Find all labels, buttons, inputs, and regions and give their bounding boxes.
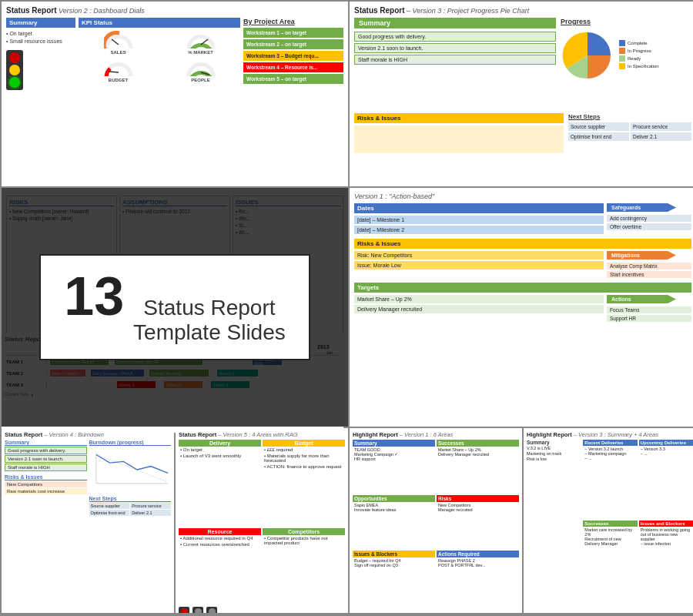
action-item-1: Focus Teams — [607, 306, 691, 313]
byproject-title: By Project Area — [243, 18, 343, 25]
hl-summary-title: Summary — [353, 440, 435, 447]
target-item-2: Delivery Manager recruited — [354, 305, 604, 313]
dial-sales-label: SALES — [110, 50, 126, 55]
slide2-progress: Progress Com — [561, 18, 691, 110]
tl-mini-2-red — [195, 608, 202, 613]
hl-successes-text: Market Share – Up 2%Delivery Manager rec… — [437, 447, 519, 457]
hl-actions-title: Actions Required — [437, 551, 519, 557]
hl2-blockers: Issues and Blockers Problems in working … — [639, 521, 693, 604]
hl-issues-text: Budget – required for Q4Sign off require… — [353, 557, 435, 568]
tl-mini-1-red — [181, 608, 188, 613]
overlay-box: 13 Status Report Template Slides — [39, 254, 310, 360]
slide-action-based: Version 1 : "Action-based" Dates [date] … — [350, 188, 693, 427]
slide2-bottom: Risks & Issues Next Steps Source supplie… — [354, 113, 691, 153]
targets-row: Targets Market Share – Up 2% Delivery Ma… — [354, 283, 691, 323]
burndown-summary-2: Version 2.1 soon to launch. — [5, 455, 87, 463]
nextstep-4: Deliver 2.1 — [631, 132, 691, 141]
rag-budget: Budget • £££ required • Materials supply… — [263, 440, 345, 527]
overlay-line1: Status Report — [133, 296, 286, 320]
hl-summary: Summary TEAM GOODMarketing Campaign ✓HR … — [353, 440, 435, 494]
hl2-successes-text: Market care increased by 2%Recruitment o… — [583, 527, 637, 547]
rag-budget-item-3: • ACTION: finance to approve request — [263, 464, 345, 470]
legend-complete: Complete — [619, 40, 659, 46]
legend-ready-label: Ready — [628, 56, 641, 61]
workstream-1: Workstream 1 – on target — [243, 28, 343, 38]
burndown-summary-1: Good progress with delivery. — [5, 447, 87, 454]
hl2-summary-text: V.3.2 is LIVE Marketing on track Risk is… — [527, 446, 581, 462]
dial-people-svg — [186, 58, 216, 76]
legend-inprogress: In Progress — [619, 48, 659, 54]
hl-actions: Actions Required Reassign PHASE 2POST & … — [437, 551, 519, 604]
mitigations-section: Mitigations Analyse Comp Matrix Start in… — [607, 251, 691, 280]
dial-market-svg — [186, 30, 216, 49]
rag-competitors-item-1: • Competitor products have not impacted … — [263, 535, 345, 546]
target-items: Market Share – Up 2% Delivery Manager re… — [354, 295, 604, 323]
burndown-ns-3: Optimise front end — [89, 510, 130, 516]
nextstep-1: Source supplier — [568, 122, 629, 131]
overlay-content: 13 Status Report Template Slides — [64, 270, 286, 345]
rag-resource-title: Resource — [179, 528, 261, 535]
hl2-recent-text: – Version 3.2 launch– Marketing campaign… — [583, 446, 637, 461]
rag-budget-item-1: • £££ required — [263, 447, 345, 453]
legend-ready-dot — [619, 55, 625, 62]
burndown-ns-2: Procure service — [130, 503, 171, 509]
safeguard-item-2: Offer overtime — [607, 223, 691, 230]
burndown-nextsteps: Next Steps Source supplier Procure servi… — [89, 496, 172, 516]
workstream-2: Workstream 2 – on target — [243, 39, 343, 49]
highlight2-content: Summary V.3.2 is LIVE Marketing on track… — [527, 440, 693, 604]
hl-successes: Successes Market Share – Up 2%Delivery M… — [437, 440, 519, 494]
risks-title: Risks & Issues — [354, 113, 564, 123]
hl2-blockers-title: Issues and Blockers — [639, 521, 693, 527]
hl-actions-text: Reassign PHASE 2POST & PORTFRL dev... — [437, 557, 519, 568]
overlay-number: 13 — [64, 270, 124, 323]
pie-area: Complete In Progress Ready In Speci — [561, 28, 691, 82]
hl2-successes: Successes Market care increased by 2%Rec… — [583, 521, 637, 604]
workstream-5: Workstream 5 – on target — [243, 74, 343, 84]
kpi-title: KPI Status — [79, 18, 240, 28]
dial-budget-svg — [104, 58, 133, 76]
dial-market: % MARKET — [186, 30, 216, 55]
slide1-byproject: By Project Area Workstream 1 – on target… — [243, 18, 343, 179]
overlay: 13 Status Report Template Slides — [2, 188, 348, 427]
legend-inspec-label: In Specification — [628, 64, 659, 69]
slide4-title: Version 1 : "Action-based" — [354, 192, 691, 200]
slide-dashboard-dials: Status Report Version 2 : Dashboard Dial… — [2, 2, 348, 186]
burndown-content: Summary Good progress with delivery. Ver… — [5, 440, 171, 604]
summary-item-1: Good progress with delivery. — [354, 32, 556, 42]
safeguards-arrow: Safeguards — [607, 203, 676, 212]
mini-slide-highlight1: Highlight Report – Version 1 : 6 Areas S… — [350, 428, 522, 613]
nextstep-2: Procure service — [631, 122, 691, 131]
burndown-chart-svg — [89, 447, 172, 493]
tl-mini-3 — [206, 607, 217, 613]
dial-market-label: % MARKET — [188, 50, 213, 55]
overlay-text-block: Status Report Template Slides — [133, 296, 286, 345]
tl-mini-3-red — [209, 608, 216, 613]
legend-inprogress-label: In Progress — [628, 49, 651, 53]
slide2-title-main: Status Report — [354, 6, 405, 15]
slide-pie-chart: Status Report – Version 3 : Project Prog… — [350, 2, 693, 186]
tl-green — [9, 77, 20, 88]
burndown-summary-title: Summary — [5, 440, 87, 446]
burndown-risks-title: Risks & Issues — [5, 474, 87, 480]
hl-opportunities: Opportunities Sapio EMEAInnovate feature… — [353, 495, 435, 549]
mitigation-item-2: Start incentives — [607, 271, 691, 278]
hl2-areas: Recent Deliveries – Version 3.2 launch– … — [583, 440, 693, 604]
rag-budget-title: Budget — [263, 440, 345, 447]
overlay-line2: Template Slides — [133, 320, 286, 345]
mini-slide-rag: Status Report – Version 5 : 4 Areas with… — [176, 428, 348, 613]
burndown-chart-title: Burndown (progress) — [89, 440, 172, 446]
slide2-summary-title: Summary — [354, 18, 556, 28]
dial-market-circle — [186, 30, 216, 49]
legend-ready: Ready — [619, 55, 659, 62]
burndown-summary-3: Staff morale is HIGH — [5, 464, 87, 471]
burndown-nextsteps-title: Next Steps — [89, 496, 172, 502]
highlight1-content: Summary TEAM GOODMarketing Campaign ✓HR … — [353, 440, 519, 604]
slide1-kpi: KPI Status SALES — [79, 18, 240, 179]
traffic-light — [6, 50, 23, 90]
hl-issues-title: Issues & Blockers — [353, 551, 435, 557]
hl2-blockers-text: Problems in working going out of busines… — [639, 527, 693, 547]
legend-inprogress-dot — [619, 48, 625, 54]
burndown-right: Burndown (progress) Next Steps Source su… — [89, 440, 172, 604]
action-item-2: Support HR — [607, 315, 691, 322]
legend-complete-label: Complete — [628, 41, 648, 45]
